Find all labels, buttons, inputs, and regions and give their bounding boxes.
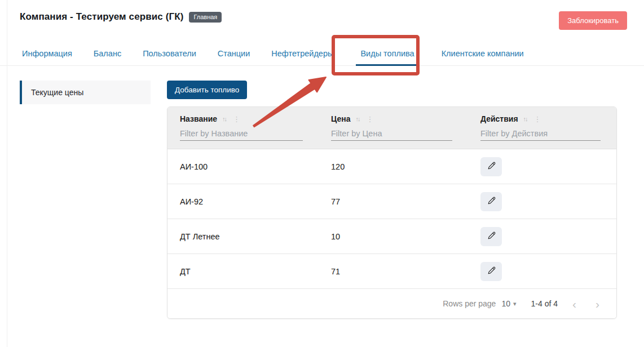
tab-stations[interactable]: Станции — [215, 49, 253, 65]
main-panel: Добавить топливо Название ↑↓ ⋮ Цена ↑↓ — [167, 81, 627, 319]
pencil-icon — [487, 161, 496, 172]
tab-balance[interactable]: Баланс — [91, 49, 123, 65]
column-header-price: Цена ↑↓ ⋮ — [319, 107, 468, 149]
tab-fuel-types[interactable]: Виды топлива — [352, 49, 422, 65]
sort-icon[interactable]: ↑↓ — [523, 115, 527, 122]
main-company-badge: Главная — [189, 12, 222, 23]
column-menu-icon[interactable]: ⋮ — [233, 115, 240, 123]
column-header-actions: Действия ↑↓ ⋮ — [468, 107, 616, 149]
filter-input-actions[interactable] — [480, 128, 601, 141]
fuel-price-cell: 120 — [319, 162, 468, 171]
dropdown-caret-icon: ▾ — [513, 300, 517, 308]
fuel-price-cell: 10 — [319, 232, 468, 241]
add-fuel-button[interactable]: Добавить топливо — [167, 81, 247, 99]
fuel-name-cell: ДТ — [167, 267, 319, 276]
table-row: ДТ 71 — [167, 254, 616, 289]
tab-client-companies[interactable]: Клиентские компании — [439, 49, 526, 65]
fuel-name-cell: АИ-100 — [167, 162, 319, 171]
page-left-divider — [7, 0, 7, 347]
chevron-left-icon[interactable]: ‹ — [570, 298, 579, 310]
filter-input-name[interactable] — [180, 128, 303, 141]
table-row: АИ-92 77 — [167, 184, 616, 219]
sort-icon[interactable]: ↑↓ — [222, 115, 226, 122]
edit-fuel-button[interactable] — [480, 227, 502, 246]
column-label: Название — [180, 114, 217, 123]
edit-fuel-button[interactable] — [480, 192, 502, 211]
pencil-icon — [487, 196, 496, 207]
fuel-price-cell: 77 — [319, 197, 468, 206]
pencil-icon — [487, 231, 496, 242]
table-row: АИ-100 120 — [167, 149, 616, 184]
pagination-range-label: 1-4 of 4 — [531, 299, 558, 308]
block-company-button[interactable]: Заблокировать — [559, 11, 627, 30]
fuel-name-cell: АИ-92 — [167, 197, 319, 206]
rows-per-page-value: 10 — [501, 299, 510, 308]
fuel-price-cell: 71 — [319, 267, 468, 276]
tab-oil-traders[interactable]: Нефтетрейдеры — [269, 49, 336, 65]
column-label: Цена — [331, 114, 350, 123]
fuel-name-cell: ДТ Летнее — [167, 232, 319, 241]
sort-icon[interactable]: ↑↓ — [355, 115, 359, 122]
table-row: ДТ Летнее 10 — [167, 219, 616, 254]
table-pagination: Rows per page 10 ▾ 1-4 of 4 ‹ › — [167, 289, 616, 318]
column-label: Действия — [480, 114, 518, 123]
page-header: Компания - Тестируем сервис (ГК) Главная… — [0, 0, 644, 30]
pencil-icon — [487, 266, 496, 277]
sidebar: Текущие цены — [20, 81, 151, 104]
page-title: Компания - Тестируем сервис (ГК) — [20, 11, 183, 23]
table-header-row: Название ↑↓ ⋮ Цена ↑↓ ⋮ Де — [167, 107, 616, 149]
chevron-right-icon[interactable]: › — [593, 298, 602, 310]
edit-fuel-button[interactable] — [480, 262, 502, 281]
column-menu-icon[interactable]: ⋮ — [534, 115, 541, 123]
column-header-name: Название ↑↓ ⋮ — [167, 107, 319, 149]
content-area: Текущие цены Добавить топливо Название ↑… — [0, 66, 644, 319]
filter-input-price[interactable] — [331, 128, 452, 141]
tab-users[interactable]: Пользователи — [140, 49, 199, 65]
edit-fuel-button[interactable] — [480, 157, 502, 176]
sidebar-item-current-prices[interactable]: Текущие цены — [20, 81, 151, 104]
fuel-table: Название ↑↓ ⋮ Цена ↑↓ ⋮ Де — [167, 106, 617, 319]
rows-per-page-label: Rows per page — [443, 299, 496, 308]
tab-information[interactable]: Информация — [20, 49, 74, 65]
tab-bar: Информация Баланс Пользователи Станции Н… — [0, 49, 644, 66]
column-menu-icon[interactable]: ⋮ — [366, 115, 373, 123]
rows-per-page-select[interactable]: 10 ▾ — [501, 299, 516, 308]
